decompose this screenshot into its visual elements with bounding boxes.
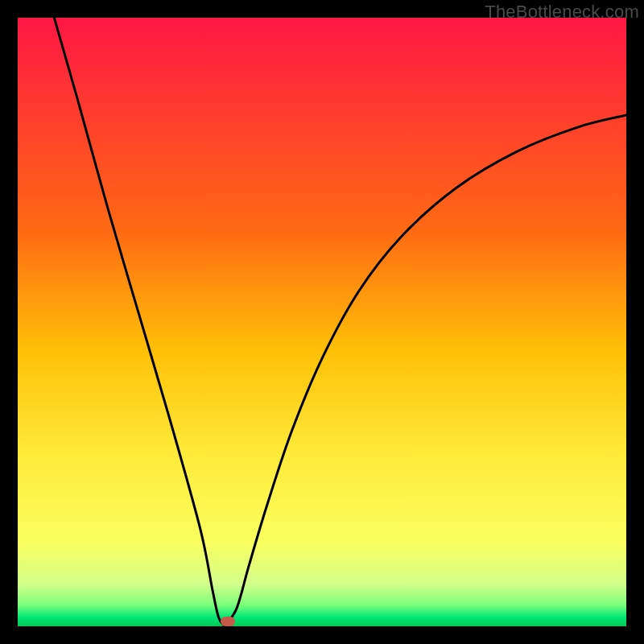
optimum-marker <box>221 617 235 626</box>
watermark-text: TheBottleneck.com <box>485 2 639 23</box>
gradient-background <box>18 18 626 626</box>
chart-frame <box>18 18 626 626</box>
chart-plot <box>18 18 626 626</box>
